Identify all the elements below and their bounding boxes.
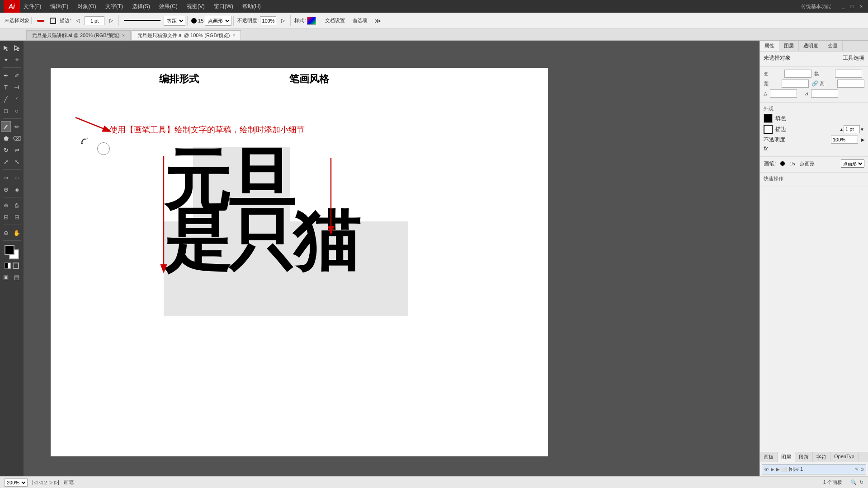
line-tool[interactable]: ╱ — [1, 94, 11, 104]
page-prev-btn[interactable]: ◁ — [39, 479, 42, 485]
doc-settings-button[interactable]: 文档设置 — [322, 15, 348, 26]
stroke-icon[interactable] — [35, 15, 46, 26]
layer-item[interactable]: 👁 ▶ ▶ 图层 1 ✎ ⊙ — [762, 464, 866, 474]
brush-select[interactable]: 点画形 — [841, 160, 864, 168]
page-left-btn[interactable]: |◁ — [32, 479, 37, 485]
stroke-width-input[interactable] — [85, 16, 104, 25]
selection-tool[interactable] — [1, 42, 11, 53]
status-search-icon[interactable]: 🔍 — [850, 479, 857, 485]
erase-tool[interactable]: ⌫ — [12, 133, 22, 144]
status-sync-icon[interactable]: ↻ — [859, 479, 863, 485]
direct-selection-tool[interactable] — [12, 42, 22, 53]
scale-tool[interactable]: ⤢ — [1, 156, 11, 167]
rect-tool[interactable]: □ — [1, 105, 11, 116]
shear-tool[interactable]: ⤡ — [12, 156, 22, 167]
symbol-tool[interactable]: ※ — [1, 200, 11, 211]
stroke-width-increase[interactable]: ▷ — [106, 15, 117, 26]
zoom-select[interactable]: 200% 100% 50% — [5, 479, 28, 487]
rp-x-input[interactable] — [784, 70, 811, 78]
minimize-button[interactable]: _ — [840, 3, 846, 9]
menu-window[interactable]: 窗口(W) — [210, 2, 237, 11]
link-icon[interactable]: 🔗 — [811, 80, 817, 87]
pencil-tool[interactable]: ✏ — [12, 121, 22, 132]
brush-tool[interactable] — [1, 121, 11, 132]
rb-tab-artboard[interactable]: 画板 — [760, 452, 778, 462]
perspective-tool[interactable]: ◈ — [12, 184, 22, 195]
color-mode-icon[interactable]: ▣ — [1, 272, 11, 282]
close-button[interactable]: × — [858, 3, 864, 9]
stroke-width-decrease[interactable]: ◁ — [72, 15, 83, 26]
rp-y-input[interactable] — [835, 70, 862, 78]
rb-tab-layers[interactable]: 图层 — [778, 452, 795, 462]
rp-h-input[interactable] — [837, 80, 864, 88]
menu-effect[interactable]: 效果(C) — [156, 2, 181, 11]
menu-select[interactable]: 选择(S) — [128, 2, 154, 11]
graph-tool[interactable]: ⎙ — [12, 200, 22, 211]
reflect-tool[interactable]: ⇌ — [12, 145, 22, 155]
tab-1[interactable]: 元旦是只猫源文件.ai @ 100% (RGB/预览) × — [132, 30, 241, 40]
opacity-arrow[interactable]: ▷ — [278, 15, 288, 26]
more-options-button[interactable]: ≫ — [372, 15, 383, 26]
layer-expand-icon[interactable]: ▶ — [771, 467, 774, 472]
page-last-btn[interactable]: ▷| — [54, 479, 59, 485]
layer-options-icon[interactable]: ⊙ — [860, 467, 864, 472]
blob-tool[interactable]: ⬟ — [1, 133, 11, 144]
rp-tab-transparency[interactable]: 透明度 — [799, 41, 823, 51]
tab-0-close[interactable]: × — [122, 33, 125, 38]
stroke-decrease-btn[interactable]: ▲ — [839, 127, 844, 132]
gradient-mode-icon[interactable]: ▤ — [12, 272, 22, 282]
rp-shear-input[interactable] — [811, 89, 838, 98]
slice-tool[interactable]: ⊟ — [12, 211, 22, 222]
opacity-expand-btn[interactable]: ▶ — [861, 137, 864, 143]
menu-view[interactable]: 视图(V) — [183, 2, 208, 11]
rp-w-input[interactable] — [782, 80, 809, 88]
layer-edit-icon[interactable]: ✎ — [855, 467, 859, 472]
swap-colors-icon[interactable] — [5, 263, 11, 269]
puppet-warp-tool[interactable]: ⊕ — [1, 184, 11, 195]
rb-tab-char[interactable]: 字符 — [813, 452, 830, 462]
brush-type-select[interactable]: 点画形 — [205, 16, 231, 26]
tab-0[interactable]: 元旦是只猫讲解.ai @ 200% (RGB/预览) × — [26, 30, 131, 40]
pen-tool[interactable]: ✒ — [1, 70, 11, 81]
fill-swatch[interactable] — [764, 114, 773, 123]
free-transform-tool[interactable]: ⊹ — [12, 172, 22, 183]
rp-tab-properties[interactable]: 属性 — [760, 41, 779, 51]
menu-help[interactable]: 帮助(H) — [239, 2, 264, 11]
color-selector[interactable] — [5, 245, 19, 259]
layer-lock-icon[interactable]: ▶ — [776, 467, 780, 472]
foreground-color-box[interactable] — [5, 245, 14, 255]
stroke-swatch[interactable] — [764, 125, 773, 134]
rp-stroke-input[interactable] — [844, 125, 860, 133]
menu-object[interactable]: 对象(O) — [74, 2, 99, 11]
none-icon[interactable] — [13, 263, 19, 269]
stroke-type-select[interactable]: 等距 — [164, 16, 185, 26]
rotate-tool[interactable]: ↻ — [1, 145, 11, 155]
rb-tab-paragraph[interactable]: 段落 — [795, 452, 813, 462]
hand-tool[interactable]: ✋ — [12, 227, 22, 238]
style-preview[interactable] — [307, 17, 316, 25]
page-next-btn[interactable]: ▷ — [49, 479, 52, 485]
opacity-input[interactable] — [260, 16, 276, 25]
tab-1-close[interactable]: × — [232, 33, 235, 38]
rp-angle-input[interactable] — [770, 89, 797, 98]
layer-visibility-icon[interactable]: 👁 — [764, 467, 769, 472]
canvas-area[interactable]: 编排形式 笔画风格 使用【画笔工具】绘制文字的草稿，绘制时添加小细节 — [24, 41, 760, 476]
vertical-type-tool[interactable]: T — [11, 82, 22, 92]
type-tool[interactable]: T — [1, 82, 11, 93]
stroke-square-icon[interactable] — [47, 15, 58, 26]
menu-edit[interactable]: 编辑(E) — [47, 2, 72, 11]
first-option-button[interactable]: 首选项 — [349, 15, 371, 26]
menu-file[interactable]: 文件(F) — [20, 2, 45, 11]
rb-tab-opentype[interactable]: OpenTyp — [830, 452, 859, 462]
magic-wand-tool[interactable]: ✦ — [1, 54, 11, 65]
stroke-increase-btn[interactable]: ▼ — [860, 127, 864, 132]
rp-tab-variables[interactable]: 变量 — [823, 41, 843, 51]
ellipse-tool[interactable]: ○ — [12, 105, 22, 116]
arc-tool[interactable]: ◜ — [12, 94, 22, 104]
width-tool[interactable]: ⊸ — [1, 172, 11, 183]
maximize-button[interactable]: □ — [849, 3, 855, 9]
zoom-tool[interactable]: ⊖ — [1, 227, 11, 238]
lasso-tool[interactable]: ⌖ — [12, 54, 22, 65]
curvature-tool[interactable]: ✐ — [12, 70, 22, 81]
menu-text[interactable]: 文字(T) — [102, 2, 127, 11]
